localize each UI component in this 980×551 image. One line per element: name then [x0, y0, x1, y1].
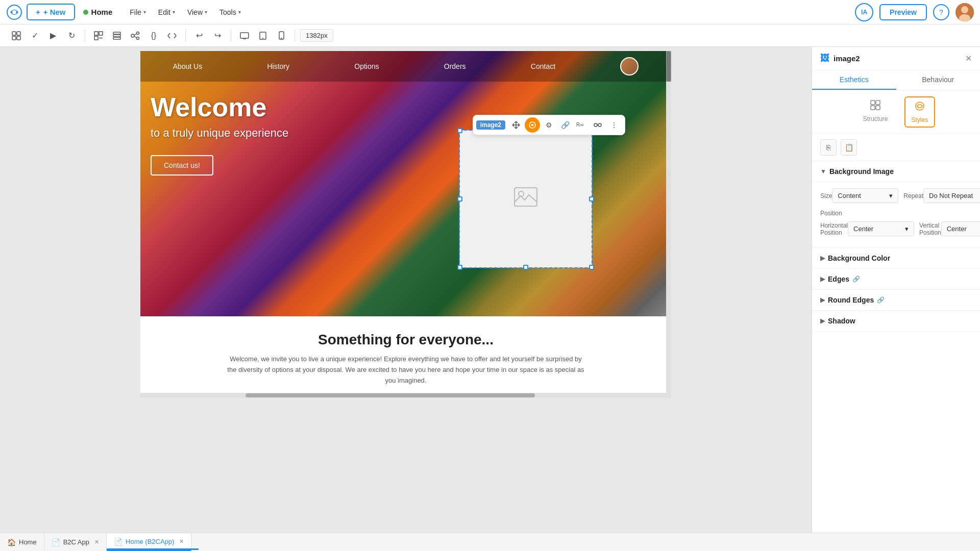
collapse-icon: ▼ — [820, 168, 826, 175]
nav-item-options[interactable]: Options — [354, 62, 379, 70]
v-position-label: Vertical Position — [919, 222, 941, 236]
nav-item-history[interactable]: History — [267, 62, 289, 70]
svg-rect-27 — [514, 188, 537, 206]
hero-section[interactable]: About Us History Options Orders Contact … — [140, 51, 671, 316]
svg-line-19 — [134, 34, 137, 35]
components-button[interactable] — [90, 28, 107, 44]
grid-view-button[interactable] — [8, 28, 24, 44]
horizontal-scrollbar[interactable] — [140, 393, 666, 398]
separator — [85, 30, 85, 42]
subtab-structure[interactable]: Structure — [857, 96, 894, 128]
bottom-tab-home[interactable]: 🏠 Home — [0, 533, 44, 551]
edges-section-header[interactable]: ▶ Edges 🔗 — [812, 269, 980, 290]
hero-cta-button[interactable]: Contact us! — [151, 155, 213, 176]
close-tab-home-b2capp[interactable]: ✕ — [179, 538, 184, 545]
check-button[interactable]: ✓ — [27, 28, 43, 44]
subtab-styles-label: Styles — [912, 116, 928, 123]
repeat-select[interactable]: Do Not Repeat ▾ — [923, 188, 980, 203]
separator — [231, 30, 231, 42]
ia-button[interactable]: IA — [855, 3, 873, 21]
v-position-select[interactable]: Center ▾ — [941, 221, 980, 236]
preview-button[interactable]: Preview — [879, 4, 927, 20]
tab-esthetics[interactable]: Esthetics — [812, 70, 896, 90]
panel-sub-tabs: Structure Styles — [812, 90, 980, 134]
file-menu[interactable]: File ▾ — [125, 6, 151, 18]
svg-rect-21 — [240, 33, 249, 38]
resize-handle-bottom-center[interactable] — [523, 265, 528, 270]
tools-menu[interactable]: Tools ▾ — [214, 6, 246, 18]
expand-icon: ▶ — [820, 276, 825, 283]
svg-rect-35 — [876, 101, 880, 105]
repeat-button[interactable]: ↻ — [63, 28, 80, 44]
link-button[interactable]: 🔗 — [557, 117, 573, 133]
resize-handle-middle-right[interactable] — [589, 196, 594, 202]
code-button[interactable]: {} — [145, 28, 162, 44]
mobile-view-button[interactable] — [273, 28, 289, 44]
float-toolbar: image2 ⚙ 🔗 R∞ ⋮ — [473, 115, 625, 135]
home-tab[interactable]: Home — [79, 6, 117, 18]
home-tab-label: Home — [91, 8, 113, 16]
resize-handle-top-left[interactable] — [457, 128, 462, 133]
subtab-styles[interactable]: Styles — [904, 96, 936, 128]
settings-button[interactable]: ⚙ — [541, 117, 556, 133]
size-select[interactable]: Content ▾ — [832, 188, 898, 203]
svg-rect-13 — [113, 32, 120, 34]
more-button[interactable]: ⋮ — [606, 117, 622, 133]
close-panel-button[interactable]: ✕ — [965, 54, 972, 63]
svg-point-31 — [594, 123, 597, 127]
paste-button[interactable]: 📋 — [841, 139, 857, 156]
layers-button[interactable] — [109, 28, 125, 44]
bottom-bar: 🏠 Home 📄 B2C App ✕ 📄 Home (B2CApp) ✕ — [0, 533, 980, 551]
play-button[interactable]: ▶ — [45, 28, 61, 44]
chevron-down-icon: ▾ — [238, 9, 241, 15]
bottom-tab-b2capp-label: B2C App — [63, 538, 89, 546]
background-color-label: Background Color — [828, 254, 890, 262]
bottom-tab-b2capp[interactable]: 📄 B2C App ✕ — [44, 533, 107, 551]
style-button[interactable] — [525, 117, 540, 133]
move-button[interactable] — [508, 117, 524, 133]
nav-item-about[interactable]: About Us — [173, 62, 203, 70]
round-edges-section-header[interactable]: ▶ Round Edges 🔗 — [812, 290, 980, 311]
resize-handle-bottom-right[interactable] — [589, 265, 594, 270]
tablet-view-button[interactable] — [255, 28, 271, 44]
edit-menu[interactable]: Edit ▾ — [153, 6, 180, 18]
view-menu[interactable]: View ▾ — [182, 6, 212, 18]
connections-button[interactable] — [127, 28, 143, 44]
help-button[interactable]: ? — [933, 4, 949, 20]
desktop-view-button[interactable] — [236, 28, 253, 44]
canvas-wrap[interactable]: About Us History Options Orders Contact … — [0, 47, 812, 533]
toolbar: ✓ ▶ ↻ {} ↩ ↪ 1382px — [0, 24, 980, 47]
image-element[interactable] — [459, 130, 592, 268]
resize-handle-bottom-left[interactable] — [457, 265, 462, 270]
new-label: + New — [43, 8, 66, 16]
html-button[interactable] — [164, 28, 180, 44]
svg-rect-34 — [871, 101, 875, 105]
resize-handle-middle-left[interactable] — [457, 196, 462, 202]
panel-header: 🖼 image2 ✕ — [812, 47, 980, 70]
redo-button[interactable]: ↪ — [209, 28, 226, 44]
tab-behaviour[interactable]: Behaviour — [896, 70, 981, 90]
undo-button[interactable]: ↩ — [191, 28, 207, 44]
nav-item-contact[interactable]: Contact — [531, 62, 555, 70]
vertical-scrollbar[interactable] — [666, 51, 671, 398]
canvas[interactable]: About Us History Options Orders Contact … — [140, 51, 671, 398]
horizontal-scrollbar-thumb[interactable] — [246, 393, 535, 397]
svg-line-20 — [134, 36, 137, 38]
background-image-section-header[interactable]: ▼ Background Image — [812, 161, 980, 182]
home-icon: 🏠 — [7, 538, 16, 546]
shadow-section-header[interactable]: ▶ Shadow — [812, 311, 980, 332]
copy-button[interactable]: ⎘ — [820, 139, 837, 156]
repeat-label: Repeat — [903, 192, 923, 199]
bottom-tab-home-b2capp[interactable]: 📄 Home (B2CApp) ✕ — [107, 533, 191, 551]
h-position-select[interactable]: Center ▾ — [848, 221, 914, 236]
nav-item-orders[interactable]: Orders — [444, 62, 466, 70]
new-button[interactable]: + + New — [27, 4, 75, 20]
background-color-section-header[interactable]: ▶ Background Color — [812, 248, 980, 269]
text-responsive-button[interactable]: R∞ — [574, 117, 589, 133]
svg-rect-7 — [12, 36, 16, 40]
avatar[interactable] — [955, 3, 974, 21]
connect-button[interactable] — [590, 117, 605, 133]
position-field-row: Horizontal Position Center ▾ Vertical Po… — [820, 221, 972, 236]
content-section: Something for everyone... Welcome, we in… — [140, 316, 671, 398]
close-tab-b2capp[interactable]: ✕ — [94, 539, 99, 545]
